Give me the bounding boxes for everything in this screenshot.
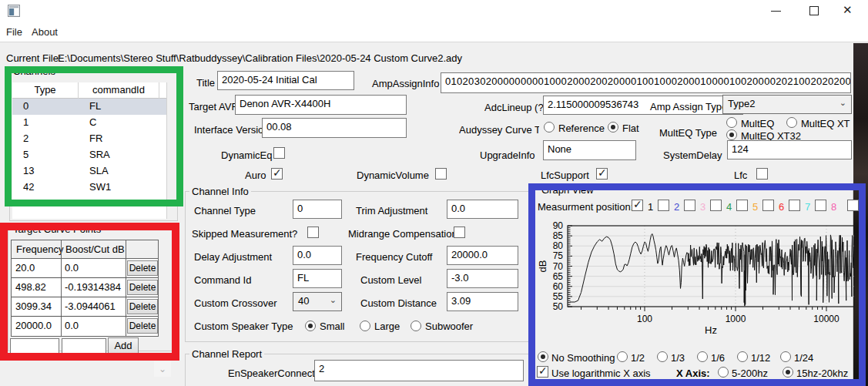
x-axis-5-200-label[interactable]: 5-200hz — [732, 368, 768, 379]
smoothing-1-2-radio[interactable] — [617, 351, 628, 362]
curve-point-row[interactable]: 498.82 -0.19314384 Delete — [12, 278, 158, 297]
channel-row-sra[interactable]: 5 SRA — [12, 147, 166, 163]
channel-row-fl[interactable]: 0 FL — [12, 99, 166, 115]
x-axis-15-20k-label[interactable]: 15hz-20khz — [796, 368, 848, 379]
custom-level-input[interactable]: -3.0 — [447, 269, 518, 288]
measurement-position-9-checkbox[interactable] — [847, 200, 859, 211]
measurement-position-2-checkbox[interactable] — [658, 200, 669, 211]
frequency-cutoff-input[interactable]: 20000.0 — [447, 246, 518, 265]
log-x-axis-checkbox[interactable]: ✓ — [537, 366, 548, 378]
custom-distance-input[interactable]: 3.09 — [447, 292, 518, 311]
upgradeinfo-input[interactable]: None — [543, 140, 636, 160]
multeq-radio[interactable] — [726, 117, 737, 128]
multeq-radio-label[interactable]: MultEQ — [741, 118, 774, 129]
cell-frequency[interactable]: 498.82 — [15, 281, 60, 293]
flat-radio[interactable] — [608, 122, 618, 133]
custom-crossover-combo[interactable]: 40 ⌄ — [293, 292, 342, 311]
dynamicvolume-checkbox[interactable] — [435, 168, 447, 180]
cell-frequency[interactable]: 20000.0 — [15, 320, 60, 331]
smoothing-1-6-radio[interactable] — [697, 351, 708, 362]
add-button[interactable]: Add — [108, 337, 139, 354]
amp-assign-type-combo[interactable]: Type2 ⌄ — [722, 95, 852, 114]
amp-assign-info-input[interactable]: 0102030200000000010002000200200001001000… — [441, 72, 851, 93]
target-avr-input[interactable]: Denon AVR-X4400H — [235, 95, 407, 115]
small-radio-label[interactable]: Small — [320, 321, 345, 332]
systemdelay-input[interactable]: 124 — [727, 140, 852, 159]
measurement-position-3-checkbox[interactable] — [684, 200, 695, 211]
multeq-xt-radio[interactable] — [786, 117, 797, 128]
interface-version-input[interactable]: 00.08 — [262, 118, 407, 138]
column-header-commandid[interactable]: commandId — [79, 84, 159, 96]
column-header-boost[interactable]: Boost/Cut dB — [65, 243, 125, 255]
column-header-frequency[interactable]: Frequency — [16, 243, 63, 255]
new-frequency-input[interactable] — [10, 338, 59, 354]
reference-radio[interactable] — [544, 122, 555, 133]
smoothing-1-6-label[interactable]: 1/6 — [711, 352, 725, 364]
column-header-type[interactable]: Type — [12, 84, 78, 96]
cell-frequency[interactable]: 20.0 — [15, 262, 60, 274]
cell-boost[interactable]: 0.0 — [65, 320, 123, 331]
measurement-position-5-checkbox[interactable] — [736, 200, 748, 211]
dynamiceq-checkbox[interactable] — [273, 147, 285, 159]
lfc-checkbox[interactable] — [756, 168, 768, 180]
channel-row-c[interactable]: 1 C — [12, 115, 166, 131]
new-boost-input[interactable] — [62, 338, 106, 354]
measurement-position-1-checkbox[interactable]: ✓ — [632, 200, 643, 211]
en-speaker-connect-input[interactable]: 2 — [314, 360, 524, 381]
measurement-position-6-checkbox[interactable] — [762, 200, 774, 211]
smoothing-1-24-label[interactable]: 1/24 — [794, 352, 813, 364]
measurement-position-7-checkbox[interactable] — [789, 200, 800, 211]
channel-type-input[interactable]: 0 — [293, 200, 342, 219]
curve-point-row[interactable]: 20.0 0.0 Delete — [12, 259, 158, 278]
x-axis-15-20k-radio[interactable] — [783, 367, 793, 378]
minimize-icon[interactable] — [771, 11, 781, 12]
measurement-position-8-checkbox[interactable] — [815, 200, 826, 211]
delete-button[interactable]: Delete — [127, 299, 158, 314]
smoothing-1-12-label[interactable]: 1/12 — [751, 352, 770, 364]
delete-button[interactable]: Delete — [127, 318, 158, 334]
channels-table-header[interactable]: Type commandId — [12, 82, 166, 99]
cell-boost[interactable]: 0.0 — [65, 262, 123, 274]
flat-radio-label[interactable]: Flat — [622, 123, 639, 134]
curve-point-row[interactable]: 3099.34 -3.0944061 Delete — [12, 297, 158, 317]
log-x-axis-label[interactable]: Use logarithmic X axis — [551, 368, 651, 379]
maximize-icon[interactable] — [809, 6, 819, 15]
smoothing-1-2-label[interactable]: 1/2 — [631, 352, 645, 364]
cell-boost[interactable]: -3.0944061 — [65, 300, 123, 312]
skipped-measurement-checkbox[interactable] — [307, 227, 319, 238]
target-curve-table[interactable]: Frequency Boost/Cut dB 20.0 0.0 Delete 4… — [11, 240, 159, 337]
no-smoothing-radio[interactable] — [538, 351, 548, 362]
auro-checkbox[interactable]: ✓ — [271, 168, 283, 180]
smoothing-1-3-label[interactable]: 1/3 — [671, 352, 685, 364]
trim-adjustment-input[interactable]: 0.0 — [447, 200, 518, 219]
large-radio[interactable] — [360, 321, 370, 331]
channel-row-sla[interactable]: 13 SLA — [12, 163, 166, 180]
scrollbar-down-icon[interactable]: ⌄ — [154, 361, 171, 377]
delete-button[interactable]: Delete — [127, 260, 158, 276]
channels-table[interactable]: Type commandId 0 FL 1 C 2 FR 5 SRA 13 SL… — [12, 82, 167, 219]
x-axis-5-200-radio[interactable] — [718, 367, 729, 378]
subwoofer-radio-label[interactable]: Subwoofer — [425, 321, 473, 332]
delay-adjustment-input[interactable]: 0.0 — [293, 246, 342, 265]
channel-row-fr[interactable]: 2 FR — [12, 131, 166, 147]
cell-frequency[interactable]: 3099.34 — [15, 300, 60, 312]
menu-file[interactable]: File — [6, 26, 22, 38]
smoothing-1-12-radio[interactable] — [737, 351, 748, 362]
delete-button[interactable]: Delete — [127, 280, 158, 295]
cell-boost[interactable]: -0.19314384 — [65, 281, 123, 293]
multeq-xt-radio-label[interactable]: MultEQ XT — [801, 118, 850, 129]
midrange-compensation-checkbox[interactable] — [454, 227, 465, 238]
no-smoothing-label[interactable]: No Smoothing — [551, 352, 615, 364]
subwoofer-radio[interactable] — [411, 321, 421, 331]
multeq-xt32-radio[interactable] — [726, 129, 737, 140]
lfcsupport-checkbox[interactable]: ✓ — [596, 168, 608, 180]
curve-point-row[interactable]: 20000.0 0.0 Delete — [12, 317, 158, 336]
large-radio-label[interactable]: Large — [374, 321, 400, 332]
measurement-position-4-checkbox[interactable] — [710, 200, 722, 211]
smoothing-1-24-radio[interactable] — [780, 351, 791, 362]
smoothing-1-3-radio[interactable] — [657, 351, 668, 362]
channel-row-sw1[interactable]: 42 SW1 — [12, 180, 166, 196]
close-icon[interactable]: ✕ — [843, 3, 853, 17]
title-input[interactable]: 2020-05-24 Initial Cal — [217, 71, 354, 90]
command-id-input[interactable]: FL — [293, 269, 342, 288]
